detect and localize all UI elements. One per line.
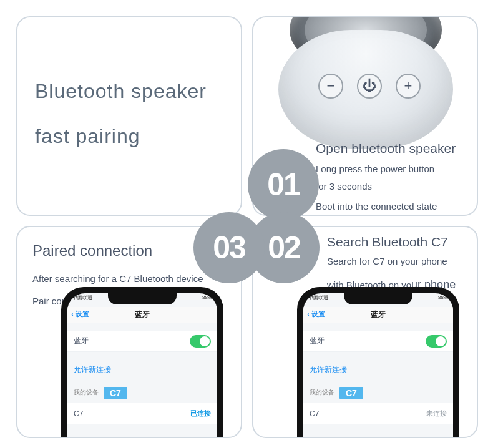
allow-new-row[interactable]: 允许新连接 [67,362,217,377]
step-number-01: 01 [248,149,319,220]
device-row-c7[interactable]: C7 已连接 [67,403,217,424]
title-panel: Bluetooth speaker fast pairing [16,16,242,216]
device-state-connected: 已连接 [190,409,211,418]
power-icon: ⏻ [357,74,382,99]
device-row-c7[interactable]: C7 未连接 [303,403,453,424]
device-name: C7 [74,409,83,418]
allow-new-row[interactable]: 允许新连接 [303,362,453,377]
battery-label: 88% [202,295,212,301]
my-devices-label: 我的设备 [303,387,453,398]
step-01-line3: Boot into the connected state [316,201,437,212]
step-02-line1: Search for C7 on your phone [327,256,447,266]
bluetooth-label: 蓝牙 [310,336,325,346]
step-number-03: 03 [193,212,265,283]
minus-icon: − [318,74,343,99]
speaker-illustration: − ⏻ + [266,16,466,149]
step-01-line2: for 3 seconds [316,181,372,192]
my-devices-label: 我的设备 [67,387,217,398]
device-name: C7 [310,409,319,418]
title-line-2: fast pairing [35,125,140,148]
phone-mockup-left: 中国联通 88% ‹ 设置 蓝牙 蓝牙 允许新连接 我的设备 C7 C7 已连接 [61,287,223,438]
step-03-line1: After searching for a C7 Bluetooth devic… [32,273,203,284]
phone-notch [344,293,412,304]
back-button[interactable]: ‹ 设置 [307,309,325,319]
nav-bar: ‹ 设置 蓝牙 [303,307,453,323]
carrier-label: 中国联通 [72,295,92,301]
device-state-not-connected: 未连接 [426,409,447,418]
plus-icon: + [396,74,421,99]
step-03-title: Paired connection [32,242,152,260]
nav-title: 蓝牙 [135,309,150,320]
step-02-title: Search Bluetooth C7 [327,235,448,250]
carrier-label: 中国联通 [308,295,328,301]
step-01-title: Open bluetooth speaker [316,141,456,156]
phone-mockup-right: 中国联通 88% ‹ 设置 蓝牙 蓝牙 允许新连接 我的设备 C7 C7 未连接 [297,287,459,438]
bluetooth-toggle[interactable] [426,335,447,348]
back-button[interactable]: ‹ 设置 [71,309,89,319]
bluetooth-row[interactable]: 蓝牙 [303,331,453,352]
bluetooth-label: 蓝牙 [74,336,89,346]
bluetooth-toggle[interactable] [190,335,211,348]
battery-label: 88% [438,295,448,301]
c7-callout-tag: C7 [104,387,127,399]
bluetooth-row[interactable]: 蓝牙 [67,331,217,352]
nav-title: 蓝牙 [371,309,386,320]
phone-notch [108,293,177,304]
c7-callout-tag: C7 [339,387,363,399]
nav-bar: ‹ 设置 蓝牙 [67,307,217,323]
step-01-line1: Long press the power button [316,163,434,174]
title-line-1: Bluetooth speaker [35,80,207,103]
